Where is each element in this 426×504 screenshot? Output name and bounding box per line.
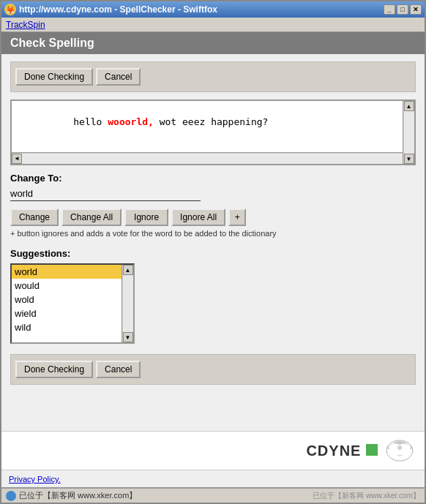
page-title: Check Spelling <box>10 37 94 49</box>
trackspin-link[interactable]: TrackSpin <box>6 20 45 30</box>
privacy-bar: Privacy Policy. <box>1 470 425 487</box>
change-button[interactable]: Change <box>10 208 59 226</box>
suggestions-items[interactable]: world would wold wield wild <box>12 265 122 342</box>
scrollbar-track <box>404 111 414 154</box>
bottom-button-bar: Done Checking Cancel <box>10 354 416 385</box>
suggestions-scrollbar-track <box>123 275 133 332</box>
footer-brand: CDYNE <box>1 431 425 470</box>
statusbar-text: 已位于【新客网 www.xker.com】 <box>19 490 137 501</box>
list-item[interactable]: would <box>12 279 122 293</box>
maximize-button[interactable]: □ <box>397 4 408 15</box>
bottom-cancel-button[interactable]: Cancel <box>96 361 141 378</box>
statusbar: 已位于【新客网 www.xker.com】 已位于【新客网 www.xker.c… <box>1 487 425 503</box>
change-to-label: Change To: <box>10 173 416 184</box>
change-to-input[interactable] <box>10 187 201 201</box>
suggestions-scrollbar-up[interactable]: ▲ <box>123 265 133 275</box>
hint-text: + button ignores and adds a vote for the… <box>10 229 416 238</box>
misspelled-word: wooorld, <box>108 116 154 127</box>
privacy-policy-link[interactable]: Privacy Policy. <box>9 475 61 484</box>
action-buttons: Change Change All Ignore Ignore All + <box>10 208 416 226</box>
text-before: hello <box>73 116 108 127</box>
textarea-scrollbar[interactable]: ▲ ▼ <box>403 101 414 164</box>
ignore-button[interactable]: Ignore <box>124 208 168 226</box>
scrollbar-up-button[interactable]: ▲ <box>404 101 414 111</box>
cdyne-logo: CDYNE <box>306 443 378 459</box>
scrollbar-down-button[interactable]: ▼ <box>404 154 414 164</box>
content-area: Check Spelling Done Checking Cancel hell… <box>1 32 425 487</box>
statusbar-left: 已位于【新客网 www.xker.com】 <box>6 490 137 501</box>
suggestions-label: Suggestions: <box>10 248 416 259</box>
top-done-checking-button[interactable]: Done Checking <box>15 68 93 86</box>
main-content: Done Checking Cancel hello wooorld, wot … <box>1 54 425 431</box>
titlebar: 🦊 http://www.cdyne.com - SpellChecker - … <box>1 1 425 18</box>
spell-check-textarea[interactable]: hello wooorld, wot eeez happening? <box>12 101 414 152</box>
list-item[interactable]: wold <box>12 293 122 306</box>
plus-button[interactable]: + <box>228 208 246 226</box>
statusbar-icon <box>6 491 16 501</box>
bottom-done-checking-button[interactable]: Done Checking <box>15 361 93 378</box>
svg-point-1 <box>397 445 402 450</box>
watermark-text: 已位于【新客网 www.xker.com】 <box>313 491 420 501</box>
list-item[interactable]: world <box>12 265 122 279</box>
textarea-hscrollbar[interactable]: ◄ ► <box>12 152 414 164</box>
hscrollbar-track <box>22 154 404 164</box>
titlebar-title: http://www.cdyne.com - SpellChecker - Sw… <box>19 4 217 15</box>
suggestions-scrollbar-down[interactable]: ▼ <box>123 332 133 342</box>
list-item[interactable]: wield <box>12 306 122 320</box>
eagle-icon <box>382 436 417 465</box>
ignore-all-button[interactable]: Ignore All <box>171 208 225 226</box>
minimize-button[interactable]: _ <box>384 4 395 15</box>
window-controls[interactable]: _ □ ✕ <box>384 4 422 15</box>
suggestions-list: world would wold wield wild ▲ ▼ <box>10 263 135 344</box>
menubar: TrackSpin <box>1 18 425 32</box>
header-bar: Check Spelling <box>1 32 425 54</box>
change-to-section: Change To: <box>10 173 416 201</box>
suggestions-scrollbar[interactable]: ▲ ▼ <box>122 265 133 342</box>
hscrollbar-left-button[interactable]: ◄ <box>12 154 22 164</box>
spell-check-textarea-wrapper: hello wooorld, wot eeez happening? ▲ ▼ ◄… <box>10 99 416 165</box>
top-cancel-button[interactable]: Cancel <box>96 68 141 86</box>
text-after: wot eeez happening? <box>154 116 269 127</box>
change-all-button[interactable]: Change All <box>61 208 122 226</box>
list-item[interactable]: wild <box>12 320 122 334</box>
close-button[interactable]: ✕ <box>410 4 422 15</box>
top-button-bar: Done Checking Cancel <box>10 61 416 92</box>
app-icon: 🦊 <box>4 4 16 15</box>
cdyne-green-indicator <box>366 444 378 456</box>
